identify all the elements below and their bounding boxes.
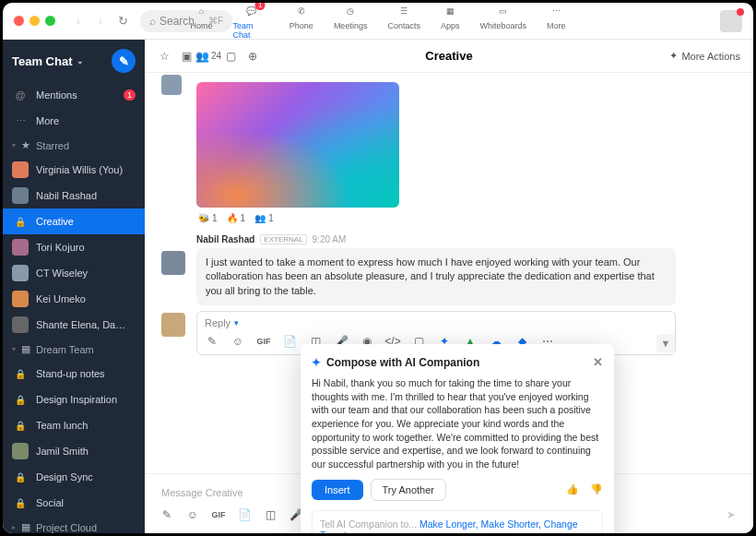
minimize-window-button[interactable] [30, 16, 40, 26]
suggest-make-shorter[interactable]: Make Shorter, [481, 518, 541, 530]
tab-meetings[interactable]: ◷ Meetings [334, 3, 368, 40]
badge: 1 [124, 89, 136, 101]
thumbs-up-icon[interactable]: 👍 [566, 483, 579, 496]
main-panel: ☆ ▣ 👥24 ▢ ⊕ Creative ✦ More Actions 🐝1 🔥… [145, 40, 753, 533]
emoji-icon[interactable]: ☺ [230, 334, 245, 349]
titlebar: ‹ › ↻ ⌕ Search ⌘F ⌂ Home 💬 1 Team Chat ✆… [3, 3, 753, 40]
tab-label: Apps [441, 21, 460, 30]
image-attachment[interactable] [196, 82, 399, 208]
new-window-icon[interactable]: ▣ [180, 50, 193, 63]
whiteboard-icon: ▭ [495, 3, 512, 19]
label: Tori Kojuro [36, 242, 85, 253]
sidebar-item[interactable]: 🔒Design Inspiration [3, 387, 145, 412]
label: Virginia Willis (You) [36, 164, 123, 175]
nav-forward-button[interactable]: › [90, 11, 111, 31]
tab-label: Home [191, 21, 213, 30]
format-icon[interactable]: ✎ [205, 334, 219, 349]
avatar [12, 316, 29, 333]
ai-prompt-input[interactable]: Tell AI Companion to... [320, 518, 417, 530]
tab-home[interactable]: ⌂ Home [191, 3, 213, 40]
tab-label: Team Chat [233, 21, 269, 40]
sidebar-item[interactable]: Kei Umeko [3, 286, 145, 312]
send-icon[interactable]: ➤ [724, 507, 738, 522]
chevron-down-icon: ▾ [12, 345, 16, 353]
ai-companion-popup: ✦ Compose with AI Companion ✕ Hi Nabil, … [301, 344, 614, 533]
clock-icon: ◷ [342, 3, 359, 19]
sidebar-item[interactable]: Virginia Willis (You) [3, 157, 145, 183]
label: Jamil Smith [36, 446, 89, 457]
emoji-icon[interactable]: ☺ [185, 507, 200, 522]
section-project-cloud[interactable]: ▸ ▦ Project Cloud [3, 516, 145, 533]
badge: 1 [255, 3, 266, 10]
more-icon: ⋯ [548, 3, 564, 19]
reply-input[interactable]: Reply [205, 317, 230, 328]
lock-icon: 🔒 [12, 365, 29, 382]
chat-header: ☆ ▣ 👥24 ▢ ⊕ Creative ✦ More Actions [145, 40, 753, 73]
tab-phone[interactable]: ✆ Phone [289, 3, 313, 40]
nav-history-button[interactable]: ↻ [112, 11, 133, 31]
sidebar-item[interactable]: CT Wiseley [3, 260, 145, 286]
nav-back-button[interactable]: ‹ [68, 11, 89, 31]
star-icon[interactable]: ☆ [158, 50, 171, 63]
filter-icon[interactable]: ▼ [656, 334, 675, 352]
reaction[interactable]: 🔥1 [227, 213, 246, 223]
sidebar-item[interactable]: Nabil Rashad [3, 183, 145, 208]
lock-icon: 🔒 [12, 494, 29, 511]
section-starred[interactable]: ▾ ★ Starred [3, 134, 145, 157]
label: Creative [36, 216, 74, 227]
gif-icon[interactable]: GIF [256, 334, 271, 349]
label: Design Inspiration [36, 394, 117, 405]
gif-icon[interactable]: GIF [211, 507, 226, 522]
tab-more[interactable]: ⋯ More [547, 3, 566, 40]
sidebar-item[interactable]: 🔒Team lunch [3, 412, 145, 438]
members-icon[interactable]: 👥24 [202, 50, 215, 63]
thumbs-down-icon[interactable]: 👎 [590, 483, 603, 496]
reaction[interactable]: 👥1 [254, 213, 274, 223]
sidebar-item[interactable]: 🔒Stand-up notes [3, 361, 145, 387]
close-window-button[interactable] [14, 16, 24, 26]
tab-team-chat[interactable]: 💬 1 Team Chat [233, 3, 269, 40]
label: Mentions [36, 89, 77, 101]
compose-button[interactable]: ✎ [112, 49, 136, 73]
chevron-down-icon[interactable]: ⌄ [77, 56, 84, 66]
sidebar-item[interactable]: Tori Kojuro [3, 234, 145, 260]
sparkle-icon[interactable]: ✦ [669, 50, 678, 62]
sidebar-item[interactable]: 🔒Social [3, 490, 145, 516]
tab-contacts[interactable]: ☰ Contacts [387, 3, 420, 40]
tab-label: Phone [289, 21, 313, 30]
profile-avatar[interactable] [720, 10, 742, 32]
sidebar-title: Team Chat [12, 54, 73, 68]
sidebar-item[interactable]: Jamil Smith [3, 438, 145, 464]
star-icon: ★ [21, 139, 30, 151]
search-icon: ⌕ [149, 15, 156, 28]
insert-button[interactable]: Insert [312, 480, 363, 500]
sidebar-mentions[interactable]: @ Mentions 1 [3, 82, 145, 108]
sidebar-item[interactable]: 🔒Design Sync [3, 464, 145, 490]
tab-whiteboards[interactable]: ▭ Whiteboards [479, 3, 526, 40]
file-icon[interactable]: 📄 [237, 507, 252, 522]
format-icon[interactable]: ✎ [159, 507, 174, 522]
member-count: 24 [211, 51, 221, 61]
reactions-row: 🐝1 🔥1 👥1 [198, 213, 727, 223]
maximize-window-button[interactable] [45, 16, 55, 26]
file-icon[interactable]: 📄 [282, 334, 297, 349]
search-placeholder: Search [159, 15, 195, 28]
sidebar-item-creative[interactable]: 🔒Creative [3, 208, 145, 234]
tab-label: Whiteboards [479, 21, 526, 30]
reaction[interactable]: 🐝1 [198, 213, 218, 223]
tab-apps[interactable]: ▦ Apps [441, 3, 460, 40]
sidebar-item[interactable]: Shante Elena, Daniel Bow... [3, 312, 145, 338]
sidebar-more[interactable]: ⋯ More [3, 108, 145, 134]
section-dream-team[interactable]: ▾ ▦ Dream Team [3, 338, 145, 361]
screenshot-icon[interactable]: ◫ [263, 507, 278, 522]
label: Starred [36, 140, 69, 151]
avatar [161, 251, 185, 275]
try-another-button[interactable]: Try Another [371, 479, 446, 501]
phone-icon: ✆ [293, 3, 310, 19]
video-icon[interactable]: ▢ [224, 50, 237, 63]
suggest-make-longer[interactable]: Make Longer, [419, 518, 478, 530]
add-icon[interactable]: ⊕ [246, 50, 259, 63]
chevron-down-icon[interactable]: ▾ [234, 318, 239, 328]
close-icon[interactable]: ✕ [593, 355, 603, 369]
more-actions-button[interactable]: More Actions [681, 51, 740, 62]
